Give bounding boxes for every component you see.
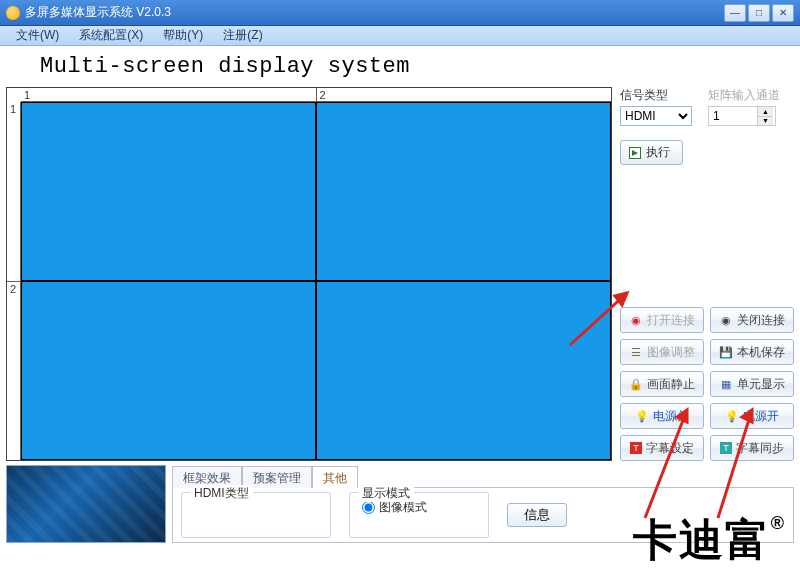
window-controls: — □ ✕ [724, 4, 794, 22]
image-adjust-button[interactable]: ☰ 图像调整 [620, 339, 704, 365]
screen-cell-2-2[interactable] [316, 281, 611, 460]
subtitle-set-label: 字幕设定 [646, 440, 694, 457]
menu-file[interactable]: 文件(W) [6, 27, 69, 44]
menu-config[interactable]: 系统配置(X) [69, 27, 153, 44]
page-heading: Multi-screen display system [0, 46, 800, 87]
maximize-button[interactable]: □ [748, 4, 770, 22]
screen-cell-1-1[interactable] [21, 102, 316, 281]
bulb-on-icon: 💡 [725, 409, 739, 423]
tabs: 框架效果 预案管理 其他 [172, 465, 794, 487]
matrix-channel-label: 矩阵输入通道 [708, 87, 780, 104]
titlebar: 多屏多媒体显示系统 V2.0.3 — □ ✕ [0, 0, 800, 26]
app-icon [6, 6, 20, 20]
hdmi-type-group: HDMI类型 [181, 492, 331, 538]
subtitle-sync-button[interactable]: T 字幕同步 [710, 435, 794, 461]
power-on-label: 电源开 [743, 408, 779, 425]
ruler-top: 1 2 [21, 88, 611, 102]
signal-type-select[interactable]: HDMI [620, 106, 692, 126]
save-icon: 💾 [719, 345, 733, 359]
subtitle-set-icon: T [630, 442, 642, 454]
matrix-channel-input[interactable] [709, 107, 757, 125]
subtitle-sync-icon: T [720, 442, 732, 454]
close-button[interactable]: ✕ [772, 4, 794, 22]
signal-type-label: 信号类型 [620, 87, 692, 104]
power-off-label: 电源关 [653, 408, 689, 425]
tabs-body: HDMI类型 显示模式 图像模式 信息 [172, 487, 794, 543]
unit-display-label: 单元显示 [737, 376, 785, 393]
tabs-panel: 框架效果 预案管理 其他 HDMI类型 显示模式 图像模式 信息 [172, 465, 794, 543]
open-connection-button[interactable]: ◉ 打开连接 [620, 307, 704, 333]
sliders-icon: ☰ [629, 345, 643, 359]
display-mode-legend: 显示模式 [358, 485, 414, 502]
subtitle-sync-label: 字幕同步 [736, 440, 784, 457]
info-button[interactable]: 信息 [507, 503, 567, 527]
image-mode-radio-input[interactable] [362, 501, 375, 514]
window-title: 多屏多媒体显示系统 V2.0.3 [25, 4, 724, 21]
main-area: 1 2 1 2 信号类型 HDMI 矩阵输入通道 [0, 87, 800, 461]
local-save-button[interactable]: 💾 本机保存 [710, 339, 794, 365]
display-mode-group: 显示模式 图像模式 [349, 492, 489, 538]
local-save-label: 本机保存 [737, 344, 785, 361]
matrix-channel-spinner[interactable]: ▲ ▼ [708, 106, 776, 126]
ruler-left: 1 2 [7, 102, 21, 460]
play-icon [629, 147, 641, 159]
control-button-grid: ◉ 打开连接 ◉ 关闭连接 ☰ 图像调整 💾 本机保存 🔒 画面静止 ▦ 单元显 [620, 307, 794, 461]
freeze-label: 画面静止 [647, 376, 695, 393]
execute-label: 执行 [646, 144, 670, 161]
stop-icon: ◉ [719, 313, 733, 327]
ruler-row-1: 1 [7, 102, 20, 282]
record-icon: ◉ [629, 313, 643, 327]
close-connection-label: 关闭连接 [737, 312, 785, 329]
execute-button[interactable]: 执行 [620, 140, 683, 165]
spinner-up-icon[interactable]: ▲ [757, 107, 773, 116]
freeze-button[interactable]: 🔒 画面静止 [620, 371, 704, 397]
power-on-button[interactable]: 💡 电源开 [710, 403, 794, 429]
screen-grid [21, 102, 611, 460]
spinner-down-icon[interactable]: ▼ [757, 116, 773, 126]
unit-display-button[interactable]: ▦ 单元显示 [710, 371, 794, 397]
menu-register[interactable]: 注册(Z) [213, 27, 272, 44]
side-panel: 信号类型 HDMI 矩阵输入通道 ▲ ▼ 执行 [620, 87, 794, 461]
hdmi-type-legend: HDMI类型 [190, 485, 253, 502]
bulb-off-icon: 💡 [635, 409, 649, 423]
screen-cell-1-2[interactable] [316, 102, 611, 281]
close-connection-button[interactable]: ◉ 关闭连接 [710, 307, 794, 333]
thumbnail-image [6, 465, 166, 543]
tab-other[interactable]: 其他 [312, 466, 358, 488]
subtitle-set-button[interactable]: T 字幕设定 [620, 435, 704, 461]
grid-icon: ▦ [719, 377, 733, 391]
display-grid[interactable]: 1 2 1 2 [6, 87, 612, 461]
lock-icon: 🔒 [629, 377, 643, 391]
open-connection-label: 打开连接 [647, 312, 695, 329]
menu-help[interactable]: 帮助(Y) [153, 27, 213, 44]
power-off-button[interactable]: 💡 电源关 [620, 403, 704, 429]
screen-cell-2-1[interactable] [21, 281, 316, 460]
image-adjust-label: 图像调整 [647, 344, 695, 361]
minimize-button[interactable]: — [724, 4, 746, 22]
ruler-col-2: 2 [317, 88, 612, 101]
ruler-col-1: 1 [21, 88, 317, 101]
ruler-row-2: 2 [7, 282, 20, 461]
menubar: 文件(W) 系统配置(X) 帮助(Y) 注册(Z) [0, 26, 800, 46]
bottom-row: 框架效果 预案管理 其他 HDMI类型 显示模式 图像模式 信息 [0, 461, 800, 543]
